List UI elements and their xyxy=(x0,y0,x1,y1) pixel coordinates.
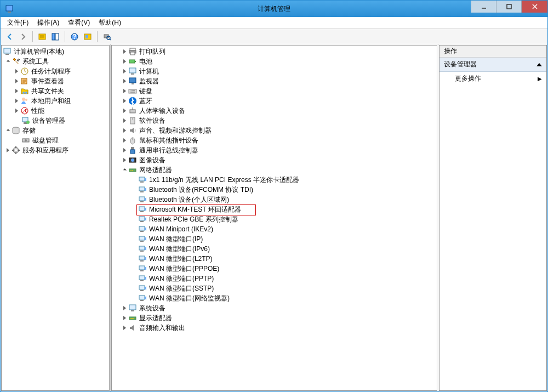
svg-rect-3 xyxy=(507,4,511,9)
device-category-network[interactable]: 网络适配器 xyxy=(112,165,437,175)
tree-services[interactable]: 服务和应用程序 xyxy=(2,145,109,155)
imaging-icon xyxy=(128,156,137,164)
menu-help[interactable]: 帮助(H) xyxy=(94,16,125,29)
device-category[interactable]: 键盘 xyxy=(112,86,437,96)
tree-root[interactable]: 计算机管理(本地) xyxy=(2,47,109,56)
network-adapter-item[interactable]: WAN 微型端口(PPTP) xyxy=(112,274,437,283)
device-category[interactable]: 电池 xyxy=(112,56,437,66)
network-adapter-item[interactable]: 1x1 11b/g/n 无线 LAN PCI Express 半迷你卡适配器 xyxy=(112,175,437,185)
device-category[interactable]: 打印队列 xyxy=(112,47,437,56)
close-button[interactable] xyxy=(521,1,547,13)
svg-rect-72 xyxy=(140,251,144,252)
actions-panel: 操作 设备管理器 更多操作 ▶ xyxy=(438,44,547,391)
tree-device-manager[interactable]: 设备管理器 xyxy=(2,116,109,126)
more-actions[interactable]: 更多操作 ▶ xyxy=(439,72,546,86)
scan-button[interactable] xyxy=(101,31,113,43)
maximize-button[interactable] xyxy=(496,1,521,13)
network-adapter-item[interactable]: WAN 微型端口(网络监视器) xyxy=(112,293,437,303)
svg-rect-41 xyxy=(129,78,136,83)
expand-icon[interactable] xyxy=(4,127,12,134)
svg-point-20 xyxy=(22,92,25,94)
network-adapter-item[interactable]: Bluetooth 设备(RFCOMM 协议 TDI) xyxy=(112,185,437,195)
expand-icon[interactable] xyxy=(13,107,20,115)
tree-performance[interactable]: 性能 xyxy=(2,106,109,116)
device-category[interactable]: 软件设备 xyxy=(112,116,437,126)
tree-system-tools[interactable]: 系统工具 xyxy=(2,56,109,66)
expand-icon[interactable] xyxy=(121,107,128,115)
menu-file[interactable]: 文件(F) xyxy=(3,16,33,29)
expand-icon[interactable] xyxy=(121,156,128,164)
keyboard-icon xyxy=(128,87,137,95)
monitor-icon xyxy=(128,77,137,86)
tree-task-scheduler[interactable]: 任务计划程序 xyxy=(2,66,109,76)
svg-rect-70 xyxy=(140,241,144,242)
expand-icon[interactable] xyxy=(13,87,20,95)
network-adapter-item[interactable]: WAN Miniport (IKEv2) xyxy=(112,224,437,234)
menu-action[interactable]: 操作(A) xyxy=(33,16,64,29)
device-category[interactable]: 音频输入和输出 xyxy=(112,323,437,333)
expand-icon[interactable] xyxy=(121,77,128,85)
svg-rect-86 xyxy=(130,318,134,319)
expand-icon[interactable] xyxy=(13,67,20,75)
device-category[interactable]: 计算机 xyxy=(112,66,437,76)
tree-local-users[interactable]: 本地用户和组 xyxy=(2,96,109,106)
back-button[interactable] xyxy=(4,31,16,43)
svg-point-21 xyxy=(25,92,27,94)
device-category[interactable]: 蓝牙 xyxy=(112,96,437,106)
svg-rect-69 xyxy=(139,236,145,240)
svg-rect-62 xyxy=(140,201,144,202)
expand-icon[interactable] xyxy=(121,137,128,144)
expand-icon[interactable] xyxy=(4,146,12,154)
svg-text:?: ? xyxy=(72,33,76,41)
network-adapter-item[interactable]: WAN 微型端口(IPv6) xyxy=(112,244,437,254)
network-adapter-item[interactable]: Microsoft KM-TEST 环回适配器 xyxy=(112,204,437,214)
svg-point-31 xyxy=(25,139,27,141)
expand-icon[interactable] xyxy=(121,127,128,134)
help-button[interactable]: ? xyxy=(68,31,81,43)
menu-view[interactable]: 查看(V) xyxy=(64,16,94,29)
network-adapter-item[interactable]: WAN 微型端口(SSTP) xyxy=(112,283,437,293)
expand-icon[interactable] xyxy=(121,314,128,322)
refresh-button[interactable] xyxy=(82,31,94,43)
tree-shared-folders[interactable]: 共享文件夹 xyxy=(2,86,109,96)
network-adapter-item[interactable]: Realtek PCIe GBE 系列控制器 xyxy=(112,214,437,224)
network-adapter-item[interactable]: WAN 微型端口(L2TP) xyxy=(112,254,437,264)
device-category[interactable]: 系统设备 xyxy=(112,303,437,313)
network-adapter-item[interactable]: WAN 微型端口(IP) xyxy=(112,234,437,244)
expand-icon[interactable] xyxy=(121,48,128,55)
actions-header: 操作 xyxy=(439,46,546,58)
tree-disk-mgmt[interactable]: 磁盘管理 xyxy=(2,135,109,145)
properties-button[interactable] xyxy=(49,31,61,43)
expand-icon[interactable] xyxy=(13,97,20,105)
minimize-button[interactable] xyxy=(471,1,496,13)
expand-icon[interactable] xyxy=(121,304,128,312)
expand-icon[interactable] xyxy=(121,146,128,154)
device-category[interactable]: 声音、视频和游戏控制器 xyxy=(112,126,437,135)
svg-rect-79 xyxy=(139,286,145,289)
expand-icon[interactable] xyxy=(121,58,128,65)
expand-icon[interactable] xyxy=(4,58,12,65)
tree-event-viewer[interactable]: 事件查看器 xyxy=(2,76,109,86)
svg-rect-45 xyxy=(130,110,135,113)
expand-icon[interactable] xyxy=(121,324,128,332)
device-category[interactable]: 通用串行总线控制器 xyxy=(112,145,437,155)
expand-icon[interactable] xyxy=(121,87,128,95)
actions-section[interactable]: 设备管理器 xyxy=(439,58,546,72)
expand-icon[interactable] xyxy=(121,97,128,105)
device-category[interactable]: 图像设备 xyxy=(112,155,437,165)
network-adapter-item[interactable]: Bluetooth 设备(个人区域网) xyxy=(112,195,437,204)
expand-icon[interactable] xyxy=(13,77,20,85)
device-category[interactable]: 鼠标和其他指针设备 xyxy=(112,135,437,145)
show-hide-button[interactable] xyxy=(36,31,48,43)
svg-rect-84 xyxy=(131,310,134,311)
network-adapter-item[interactable]: WAN 微型端口(PPPOE) xyxy=(112,264,437,274)
device-category[interactable]: 人体学输入设备 xyxy=(112,106,437,116)
device-category[interactable]: 显示适配器 xyxy=(112,313,437,323)
expand-icon[interactable] xyxy=(121,117,128,124)
forward-button[interactable] xyxy=(17,31,29,43)
device-category[interactable]: 监视器 xyxy=(112,76,437,86)
expand-icon[interactable] xyxy=(121,166,128,174)
expand-icon[interactable] xyxy=(121,67,128,75)
svg-rect-73 xyxy=(139,256,145,260)
tree-storage[interactable]: 存储 xyxy=(2,126,109,135)
